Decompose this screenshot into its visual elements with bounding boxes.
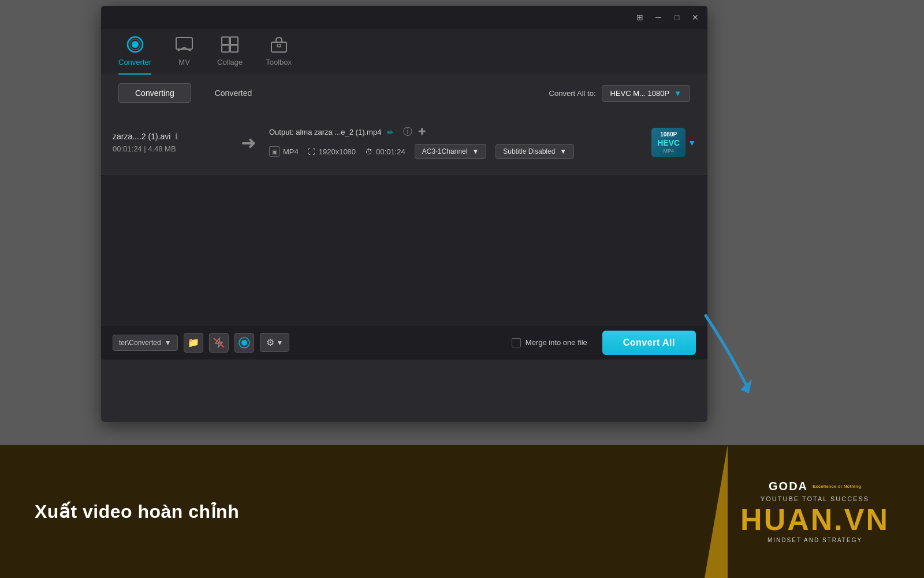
svg-rect-6 (222, 45, 229, 52)
audio-value: AC3-1Channel (422, 147, 468, 155)
tab-mv[interactable]: MV (174, 35, 194, 75)
settings-arrow: ▼ (277, 339, 284, 347)
mv-icon (174, 35, 194, 54)
res-icon: ⛶ (308, 147, 315, 156)
app-window: ⊞ ─ □ ✕ Converter (101, 6, 707, 422)
arrow-annotation (694, 304, 763, 399)
duration-info: ⏱ 00:01:24 (365, 147, 405, 156)
collage-icon (220, 35, 240, 54)
tab-toolbox[interactable]: Toolbox (266, 35, 292, 75)
format-dropdown-arrow: ▼ (674, 89, 681, 98)
folder-dropdown-arrow: ▼ (165, 339, 172, 347)
banner-title: Xuất video hoàn chỉnh (35, 501, 239, 523)
bottom-banner: Xuất video hoàn chỉnh GODA Excellence or… (0, 445, 924, 578)
output-icons: ⓘ ✚ (403, 126, 426, 138)
brand-section: GODA Excellence or Nothing YOUTUBE TOTAL… (740, 480, 889, 543)
codec-label: MP4 (283, 147, 299, 156)
subtitle-dropdown[interactable]: Subtitle Disabled ▼ (495, 144, 574, 159)
resolution-info: ⛶ 1920x1080 (308, 147, 356, 156)
hevc-mid: HEVC (657, 138, 680, 148)
tab-collage[interactable]: Collage (217, 35, 243, 75)
svg-point-1 (132, 41, 139, 48)
nav-tabs: Converter MV (101, 29, 707, 75)
info-icon[interactable]: ℹ (175, 132, 178, 141)
format-value: HEVC M... 1080P (610, 89, 670, 98)
flash-off-button[interactable] (209, 333, 229, 353)
sub-tab-converted[interactable]: Converted (198, 83, 269, 103)
output-label: Output: alma zarza ...e_2 (1).mp4 (269, 128, 381, 136)
svg-rect-4 (222, 37, 229, 45)
audio-dropdown-arrow: ▼ (472, 147, 479, 155)
convert-arrow-icon: ➜ (241, 132, 256, 154)
audio-dropdown[interactable]: AC3-1Channel ▼ (415, 144, 487, 159)
brand-sub: MINDSET AND STRATEGY (767, 537, 862, 543)
toolbox-icon (269, 35, 289, 54)
output-section: Output: alma zarza ...e_2 (1).mp4 ✏ ⓘ ✚ … (269, 126, 638, 159)
hevc-top: 1080P (660, 131, 677, 138)
file-area: zarza....2 (1).avi ℹ 00:01:24 | 4.48 MB … (101, 111, 707, 175)
svg-rect-9 (277, 45, 281, 47)
tab-mv-label: MV (178, 58, 190, 66)
empty-area (101, 175, 707, 325)
title-bar: ⊞ ─ □ ✕ (101, 6, 707, 29)
info-circle-icon[interactable]: ⓘ (403, 126, 412, 138)
minimize-icon[interactable]: ─ (653, 12, 664, 23)
brand-name: HUAN.VN (740, 505, 889, 535)
svg-rect-5 (230, 37, 238, 45)
format-badge: 1080P HEVC MP4 ▼ (651, 128, 696, 158)
codec-badge: ▣ MP4 (269, 146, 299, 157)
duration-value: 00:01:24 (376, 147, 405, 156)
svg-rect-7 (230, 45, 238, 52)
tab-converter[interactable]: Converter (118, 35, 151, 75)
folder-path-dropdown[interactable]: ter\Converted ▼ (113, 335, 178, 351)
subtitle-value: Subtitle Disabled (503, 147, 555, 155)
excellence-label: Excellence or Nothing (813, 484, 861, 489)
resolution-value: 1920x1080 (319, 147, 356, 156)
subtitle-dropdown-arrow: ▼ (560, 147, 567, 155)
goda-text: GODA (769, 480, 808, 493)
gold-triangle (705, 445, 728, 578)
output-top: Output: alma zarza ...e_2 (1).mp4 ✏ ⓘ ✚ (269, 126, 638, 138)
open-folder-button[interactable]: 📁 (184, 333, 203, 353)
tab-converter-label: Converter (118, 58, 151, 66)
merge-label: Merge into one file (526, 338, 587, 347)
format-badge-arrow[interactable]: ▼ (688, 138, 696, 147)
format-dropdown[interactable]: HEVC M... 1080P ▼ (602, 85, 690, 102)
codec-icon: ▣ (269, 146, 280, 157)
gear-icon: ⚙ (266, 337, 274, 348)
sub-tab-converting[interactable]: Converting (118, 83, 191, 103)
add-icon[interactable]: ✚ (418, 126, 426, 138)
tab-toolbox-label: Toolbox (266, 58, 292, 66)
merge-checkbox[interactable] (512, 338, 521, 347)
goda-logo: GODA Excellence or Nothing (769, 480, 861, 493)
settings-button[interactable]: ⚙ ▼ (260, 333, 290, 352)
sub-header: Converting Converted Convert All to: HEV… (101, 75, 707, 111)
merge-section: Merge into one file (512, 338, 587, 347)
tab-collage-label: Collage (217, 58, 243, 66)
convert-all-to-label: Convert All to: (549, 89, 596, 98)
converter-icon (125, 35, 145, 54)
file-name: zarza....2 (1).avi (113, 132, 170, 141)
yt-label: YOUTUBE TOTAL SUCCESS (761, 495, 869, 502)
folder-path: ter\Converted (119, 339, 161, 347)
close-icon[interactable]: ✕ (690, 12, 701, 23)
svg-point-12 (241, 340, 247, 346)
hevc-badge: 1080P HEVC MP4 (651, 128, 685, 158)
file-meta: 00:01:24 | 4.48 MB (113, 144, 228, 153)
grid-icon[interactable]: ⊞ (635, 12, 645, 23)
bottom-bar: ter\Converted ▼ 📁 ⚙ ▼ (101, 325, 707, 360)
maximize-icon[interactable]: □ (672, 12, 682, 23)
svg-marker-13 (740, 379, 752, 394)
record-on-button[interactable] (234, 333, 254, 353)
convert-all-button[interactable]: Convert All (602, 331, 696, 355)
edit-icon[interactable]: ✏ (387, 128, 394, 137)
clock-icon: ⏱ (365, 147, 372, 156)
hevc-bot: MP4 (663, 148, 674, 154)
convert-all-to-section: Convert All to: HEVC M... 1080P ▼ (549, 85, 690, 102)
output-bottom: ▣ MP4 ⛶ 1920x1080 ⏱ 00:01:24 AC3-1Chan (269, 144, 638, 159)
